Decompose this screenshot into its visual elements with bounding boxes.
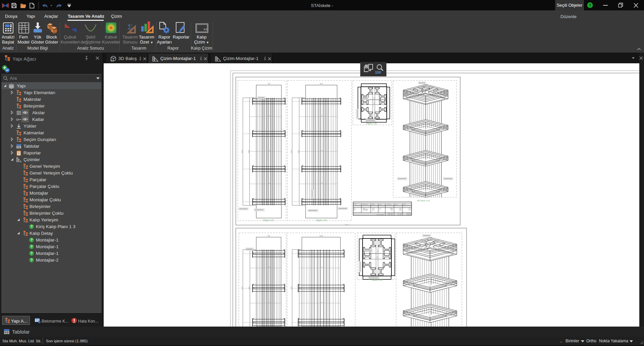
svg-text:?: ? [589,3,591,7]
svg-text:700: 700 [268,150,270,151]
svg-text:A3: A3 [204,28,207,31]
svg-text:Alan: Alan [404,204,406,205]
svg-text:3000: 3000 [248,150,250,153]
svg-text:3000: 3000 [290,286,292,290]
svg-text:x008 kg: x008 kg [407,214,411,215]
svg-text:C2: C2 [354,210,356,211]
svg-text:3000: 3000 [241,150,243,153]
svg-text:6: 6 [380,210,380,211]
svg-text:700: 700 [320,182,323,184]
svg-text:Ölçek 1:15: Ölçek 1:15 [263,219,273,222]
svg-text:Uzunluk: Uzunluk [386,204,391,205]
svg-text:700: 700 [268,182,270,184]
svg-text:Ölçek 1:15: Ölçek 1:15 [366,122,376,125]
svg-text:3000: 3000 [298,286,299,290]
svg-text:750: 750 [373,97,376,99]
svg-text:700: 700 [320,266,323,268]
svg-text:Genel toplam: Genel toplam [376,214,384,215]
svg-text:3000: 3000 [290,150,292,153]
svg-text:?: ? [31,252,33,255]
svg-text:Ölçek 1:15: Ölçek 1:15 [372,279,382,281]
svg-text:750: 750 [377,251,379,252]
svg-text:700: 700 [268,301,270,303]
svg-text:1000: 1000 [319,235,323,237]
svg-text:37.8 kg: 37.8 kg [397,214,401,215]
svg-text:3D Ölçek 1:15: 3D Ölçek 1:15 [417,200,430,202]
svg-text:700: 700 [268,266,270,268]
svg-text:700: 700 [320,150,323,151]
svg-text:700: 700 [320,301,323,303]
svg-text:Agr: Agr [395,204,398,205]
svg-text:900: 900 [376,256,378,258]
svg-text:?: ? [31,245,33,249]
svg-text:23.6: 23.6 [372,210,374,211]
svg-text:Malzeme: Malzeme [363,204,368,205]
svg-text:Boy: Boy [380,204,382,205]
svg-text:?: ? [31,225,33,228]
svg-text:700: 700 [267,235,270,237]
svg-text:100: 100 [375,70,381,74]
svg-text:700: 700 [267,83,270,85]
svg-text:UUPVBO: UUPVBO [363,210,368,211]
svg-text:900: 900 [373,101,375,104]
svg-text:3000: 3000 [248,286,250,290]
svg-text:?: ? [31,258,33,262]
svg-text:No: No [355,204,356,205]
svg-text:1.21: 1.21 [409,210,411,211]
svg-text:?: ? [31,238,33,242]
svg-text:x000 mm: x000 mm [387,214,393,215]
svg-text:500: 500 [391,210,393,211]
svg-text:900: 900 [320,83,323,85]
svg-text:700: 700 [320,115,323,117]
svg-text:Ölçek 1:15: Ölçek 1:15 [316,219,326,222]
svg-text:0.48: 0.48 [399,210,401,211]
svg-text:3000: 3000 [298,150,299,153]
svg-text:Adet: Adet [372,204,375,205]
svg-text:No:1: No:1 [345,224,350,226]
svg-text:3000: 3000 [241,286,243,290]
svg-text:700: 700 [268,115,270,117]
